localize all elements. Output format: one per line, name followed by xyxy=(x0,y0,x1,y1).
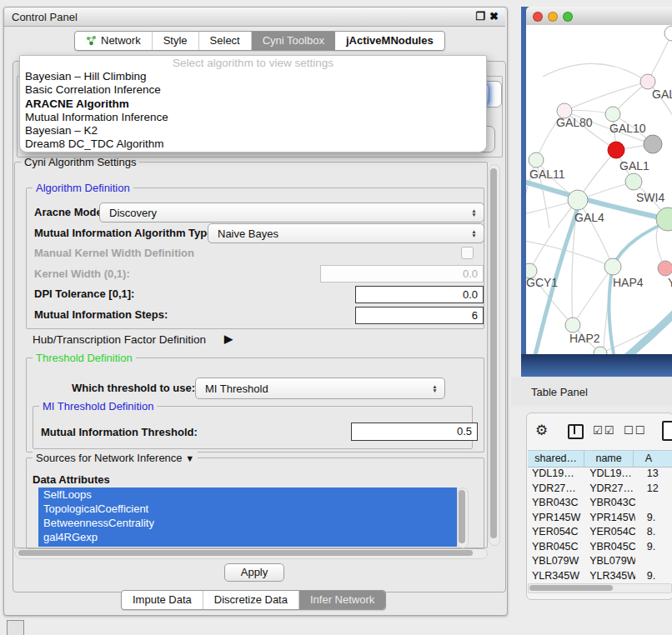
table-row[interactable]: YBR045CYBR045C9. xyxy=(528,540,672,555)
node-label: GAL1 xyxy=(619,159,649,172)
deselect-all-checkboxes-icon[interactable]: ☐☐ xyxy=(624,424,646,437)
data-attributes-list[interactable]: SelfLoopsTopologicalCoefficientBetweenne… xyxy=(38,488,457,547)
select-all-checkboxes-icon[interactable]: ☑☑ xyxy=(593,424,615,437)
apply-button[interactable]: Apply xyxy=(224,563,284,582)
float-window-icon[interactable]: ❐ xyxy=(475,10,485,22)
close-traffic-light[interactable] xyxy=(533,12,543,22)
collapse-arrow-icon[interactable]: ▼ xyxy=(185,453,194,463)
network-edge-highlighted[interactable] xyxy=(613,222,668,267)
mi-steps-field[interactable]: 6 xyxy=(355,307,484,324)
tab-infer-network-label: Infer Network xyxy=(310,593,374,606)
table-cell: YBR045C xyxy=(528,540,585,555)
column-header-partial[interactable]: A xyxy=(634,451,672,467)
tab-network[interactable]: Network xyxy=(75,32,153,50)
mi-threshold-label: Mutual Information Threshold: xyxy=(41,426,198,438)
table-cell: YPR145W xyxy=(528,511,585,526)
attribute-list-item[interactable]: SelfLoops xyxy=(38,488,457,502)
expand-arrow-icon[interactable]: ▶ xyxy=(224,332,233,345)
combobox-stepper-icon: ▲▼ xyxy=(429,384,440,393)
algorithm-option[interactable]: Bayesian – Hill Climbing xyxy=(20,70,486,83)
mi-steps-label: Mutual Information Steps: xyxy=(34,308,168,321)
columns-icon[interactable] xyxy=(568,424,584,439)
tab-infer-network[interactable]: Infer Network xyxy=(299,591,385,609)
table-row[interactable]: YBR043CYBR043C xyxy=(528,496,672,511)
network-edge[interactable] xyxy=(564,82,648,111)
algorithm-option[interactable]: Dream8 DC_TDC Algorithm xyxy=(20,138,486,151)
which-threshold-value: MI Threshold xyxy=(196,382,429,395)
aracne-mode-combobox[interactable]: Discovery ▲▼ xyxy=(99,202,484,222)
table-row[interactable]: YDR27…YDR27…12 xyxy=(528,482,672,497)
tab-discretize-data[interactable]: Discretize Data xyxy=(203,591,299,609)
network-window-titlebar[interactable] xyxy=(526,7,672,26)
network-node[interactable] xyxy=(625,173,642,190)
table-header-row: shared… name A xyxy=(528,450,672,468)
attribute-list-item[interactable]: BetweennessCentrality xyxy=(38,516,457,530)
node-label: Y xyxy=(668,276,672,289)
table-cell: YDR27… xyxy=(528,482,585,497)
which-threshold-combobox[interactable]: MI Threshold ▲▼ xyxy=(195,378,445,399)
algorithm-option[interactable]: Mutual Information Inference xyxy=(20,111,486,124)
network-edge-highlighted[interactable] xyxy=(621,308,672,354)
network-node[interactable] xyxy=(529,152,544,168)
sources-group-title[interactable]: Sources for Network Inference ▼ xyxy=(33,452,198,464)
network-node[interactable] xyxy=(658,261,672,276)
network-edge[interactable] xyxy=(543,63,648,82)
mi-threshold-field[interactable]: 0.5 xyxy=(351,422,478,441)
table-cell: 12 xyxy=(635,482,672,497)
attributes-list-scrollbar[interactable] xyxy=(457,488,469,548)
network-canvas[interactable]: GALGAL80GAL10GAL1GAL11SWI4GAL4GCY1HAP4YH… xyxy=(526,25,672,354)
network-node[interactable] xyxy=(644,135,662,153)
table-horizontal-scrollbar[interactable] xyxy=(528,583,672,593)
attribute-list-item[interactable]: gal4RGexp xyxy=(38,530,457,544)
tab-cyni-toolbox[interactable]: Cyni Toolbox xyxy=(252,32,335,50)
table-rows[interactable]: YDL19…YDL19…13YDR27…YDR27…12YBR043CYBR04… xyxy=(528,467,672,583)
aracne-mode-value: Discovery xyxy=(100,207,469,219)
network-node[interactable] xyxy=(594,347,607,354)
algorithm-option[interactable]: Basic Correlation Inference xyxy=(20,83,486,97)
tab-jactivemnodules[interactable]: jActiveMNodules xyxy=(335,32,444,50)
close-window-icon[interactable]: ✖ xyxy=(489,10,499,22)
settings-horizontal-scrollbar[interactable] xyxy=(15,548,488,559)
network-edge[interactable] xyxy=(578,200,613,267)
control-panel-titlebar[interactable]: Control Panel ❐ ✖ xyxy=(4,8,505,27)
attribute-list-item[interactable]: TopologicalCoefficient xyxy=(38,502,457,516)
table-row[interactable]: YLR345WYLR345W9. xyxy=(528,569,672,584)
tab-style[interactable]: Style xyxy=(153,32,199,50)
algorithm-option[interactable]: ARACNE Algorithm xyxy=(20,98,486,111)
table-cell: 9. xyxy=(635,540,672,555)
manual-kernel-width-checkbox[interactable] xyxy=(461,247,474,259)
table-row[interactable]: YDL19…YDL19…13 xyxy=(528,467,672,482)
collapsed-panel-button[interactable] xyxy=(7,620,24,635)
zoom-traffic-light[interactable] xyxy=(563,12,573,22)
node-label: GAL xyxy=(652,88,672,101)
manual-kernel-width-label: Manual Kernel Width Definition xyxy=(34,247,194,259)
column-header-shared-name[interactable]: shared… xyxy=(528,451,584,467)
network-node[interactable] xyxy=(664,26,672,41)
network-node[interactable] xyxy=(604,258,621,275)
table-cell: YBR045C xyxy=(585,540,635,555)
table-row[interactable]: YER054CYER054C8. xyxy=(528,525,672,540)
table-cell: 9. xyxy=(635,569,672,584)
mi-algorithm-type-combobox[interactable]: Naive Bayes ▲▼ xyxy=(208,223,484,243)
tab-impute-data[interactable]: Impute Data xyxy=(122,591,203,609)
kernel-width-field[interactable]: 0.0 xyxy=(320,265,484,282)
settings-vertical-scrollbar[interactable] xyxy=(489,164,500,546)
network-node[interactable] xyxy=(605,107,620,122)
table-cell: YBL079W xyxy=(585,554,635,569)
dpi-tolerance-field[interactable]: 0.0 xyxy=(355,286,484,303)
minimize-traffic-light[interactable] xyxy=(548,12,558,22)
algorithm-option[interactable]: Bayesian – K2 xyxy=(20,124,486,138)
network-node[interactable] xyxy=(568,190,588,210)
control-panel-tabbar: Network Style Select Cyni Toolbox jActiv… xyxy=(74,31,445,51)
tab-select[interactable]: Select xyxy=(199,32,252,50)
network-node[interactable] xyxy=(565,318,580,332)
table-row[interactable]: YPR145WYPR145W9. xyxy=(528,511,672,526)
network-node[interactable] xyxy=(608,142,624,158)
hub-definition-label[interactable]: Hub/Transcription Factor Definition xyxy=(33,333,206,346)
gear-icon[interactable]: ⚙ xyxy=(535,422,548,439)
control-panel-window: Control Panel ❐ ✖ Network Style Select C… xyxy=(3,7,508,616)
table-row[interactable]: YBL079WYBL079W xyxy=(528,554,672,569)
column-header-name[interactable]: name xyxy=(584,451,633,467)
function-builder-icon[interactable] xyxy=(662,421,672,441)
table-panel-titlebar[interactable]: Table Panel xyxy=(511,377,672,406)
